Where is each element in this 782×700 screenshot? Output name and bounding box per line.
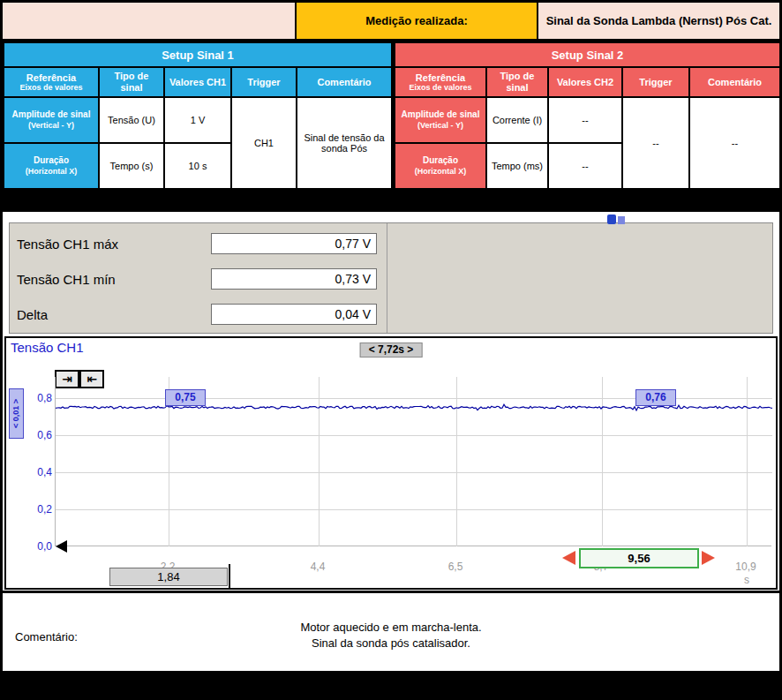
x-tick-2: 4,4 bbox=[298, 561, 337, 573]
y-tick-2: 0,6 bbox=[26, 429, 52, 441]
setup1-col-tipo: Tipo de sinal bbox=[99, 67, 164, 97]
setup2-col-tipo: Tipo de sinal bbox=[486, 67, 548, 97]
setup2-comment-value: -- bbox=[689, 97, 780, 189]
setup1-col-tipo-l2: sinal bbox=[101, 82, 162, 94]
setup1-col-trigger: Trigger bbox=[231, 67, 297, 97]
setup2-col-valores: Valores CH2 bbox=[548, 67, 622, 97]
measurement-value-min[interactable]: 0,73 V bbox=[211, 268, 377, 290]
setup2-dur-valor: -- bbox=[548, 143, 622, 189]
cursor-tick-line bbox=[229, 564, 230, 588]
setup2-amp-valor: -- bbox=[548, 97, 622, 143]
cursor-time-left[interactable]: 1,84 bbox=[109, 568, 228, 586]
setup2-amp-l2: (Vertical - Y) bbox=[396, 121, 485, 131]
setup2-amp-tipo: Corrente (I) bbox=[486, 97, 548, 143]
setup2-amp-l1: Amplitude de sinal bbox=[396, 109, 485, 121]
cursor-arrow-left-icon[interactable] bbox=[562, 551, 575, 565]
comment-line-2: Sinal da sonda pós catalisador. bbox=[3, 636, 779, 651]
setup1-amp-l2: (Vertical - Y) bbox=[5, 121, 97, 131]
setup2-dur-l2: (Horizontal X) bbox=[396, 167, 485, 177]
setup-signal-1-table: Setup Sinal 1 Referência Eixos de valore… bbox=[3, 41, 393, 190]
setup2-trigger-value: -- bbox=[622, 97, 689, 189]
setup1-dur-l2: (Horizontal X) bbox=[5, 167, 97, 177]
setup1-amp-tipo: Tensão (U) bbox=[99, 97, 164, 143]
setup1-dur-valor: 10 s bbox=[164, 143, 231, 189]
measurement-label-delta: Delta bbox=[17, 307, 48, 322]
setup1-col-comentario: Comentário bbox=[297, 67, 392, 97]
setup1-title: Setup Sinal 1 bbox=[4, 42, 392, 67]
y-tick-4: 0,2 bbox=[26, 503, 52, 516]
measurements-panel: Tensão CH1 máx 0,77 V Tensão CH1 mín 0,7… bbox=[9, 222, 773, 334]
setup2-col-referencia-l2: Eixos de valores bbox=[396, 83, 485, 92]
comment-section: Comentário: Motor aquecido e em marcha-l… bbox=[3, 593, 779, 671]
app-window: Medição realizada: Sinal da Sonda Lambda… bbox=[0, 0, 782, 700]
x-unit-label: s bbox=[744, 574, 749, 586]
setup1-trigger-value: CH1 bbox=[231, 97, 297, 189]
chart-title: Tensão CH1 bbox=[11, 340, 84, 355]
measurement-row-delta: Delta 0,04 V bbox=[10, 304, 380, 327]
panel-divider bbox=[387, 223, 387, 333]
comment-line-1: Motor aquecido e em marcha-lenta. bbox=[3, 620, 779, 636]
measurement-label-max: Tensão CH1 máx bbox=[17, 237, 118, 252]
setup1-row-amplitude: Amplitude de sinal (Vertical - Y) bbox=[4, 97, 99, 143]
setup2-col-comentario: Comentário bbox=[689, 67, 780, 97]
x-tick-5: 10,9 bbox=[726, 561, 765, 573]
measured-value-cell: Sinal da Sonda Lambda (Nernst) Pós Cat. bbox=[538, 3, 779, 39]
y-tick-5: 0,0 bbox=[26, 540, 52, 553]
setup1-dur-tipo: Tempo (s) bbox=[99, 143, 164, 189]
setup2-dur-l1: Duração bbox=[396, 155, 485, 167]
value-marker-right[interactable]: 0,76 bbox=[635, 389, 676, 406]
measurement-row-min: Tensão CH1 mín 0,73 V bbox=[10, 268, 380, 291]
setup1-amp-l1: Amplitude de sinal bbox=[5, 109, 97, 121]
setup1-col-tipo-l1: Tipo de bbox=[101, 71, 162, 82]
setup2-col-trigger: Trigger bbox=[622, 67, 689, 97]
comment-text: Motor aquecido e em marcha-lenta. Sinal … bbox=[3, 620, 779, 651]
setup1-col-referencia-l2: Eixos de valores bbox=[5, 83, 97, 92]
setup-signal-2-table: Setup Sinal 2 Referência Eixos de valore… bbox=[394, 41, 781, 190]
cursor-arrow-right-icon[interactable] bbox=[702, 551, 715, 565]
partial-logo-icon bbox=[607, 215, 628, 224]
y-scale-box[interactable]: < 0,01 > bbox=[9, 388, 24, 439]
setup1-comment-value: Sinal de tensão da sonda Pós bbox=[297, 97, 392, 189]
cursor-time-right[interactable]: 9,56 bbox=[579, 548, 699, 568]
chart-panel: Tensão CH1 < 7,72s > ⇥ ⇤ < 0,01 > 0,8 0,… bbox=[4, 336, 778, 590]
measured-label: Medição realizada: bbox=[365, 14, 468, 27]
x-tick-3: 6,5 bbox=[436, 561, 475, 573]
zero-level-marker-icon[interactable] bbox=[56, 540, 67, 553]
measurement-value-max[interactable]: 0,77 V bbox=[211, 233, 377, 254]
setup1-col-referencia-l1: Referência bbox=[5, 72, 97, 84]
time-span-box[interactable]: < 7,72s > bbox=[360, 342, 423, 358]
setup1-col-valores: Valores CH1 bbox=[164, 67, 231, 97]
header-blank-cell bbox=[3, 3, 295, 39]
measurement-value-delta[interactable]: 0,04 V bbox=[211, 304, 377, 325]
setup2-col-tipo-l2: sinal bbox=[488, 82, 546, 94]
y-tick-3: 0,4 bbox=[26, 466, 52, 478]
measured-label-cell: Medição realizada: bbox=[297, 3, 537, 39]
setup2-col-referencia: Referência Eixos de valores bbox=[395, 67, 486, 97]
measurement-row-max: Tensão CH1 máx 0,77 V bbox=[10, 233, 380, 256]
setup1-row-duracao: Duração (Horizontal X) bbox=[4, 143, 99, 189]
measurement-label-min: Tensão CH1 mín bbox=[17, 272, 116, 287]
setup1-col-referencia: Referência Eixos de valores bbox=[4, 67, 99, 97]
setup1-dur-l1: Duração bbox=[5, 155, 97, 167]
setup2-dur-tipo: Tempo (ms) bbox=[486, 143, 548, 189]
setup1-amp-valor: 1 V bbox=[164, 97, 231, 143]
setup2-col-tipo-l1: Tipo de bbox=[488, 71, 546, 82]
measured-value: Sinal da Sonda Lambda (Nernst) Pós Cat. bbox=[546, 14, 772, 27]
setup2-title: Setup Sinal 2 bbox=[395, 42, 780, 67]
setup2-row-amplitude: Amplitude de sinal (Vertical - Y) bbox=[395, 97, 486, 143]
setup2-col-referencia-l1: Referência bbox=[396, 72, 485, 84]
value-marker-left[interactable]: 0,75 bbox=[165, 389, 206, 406]
y-tick-1: 0,8 bbox=[26, 392, 52, 404]
setup2-row-duracao: Duração (Horizontal X) bbox=[395, 143, 486, 189]
